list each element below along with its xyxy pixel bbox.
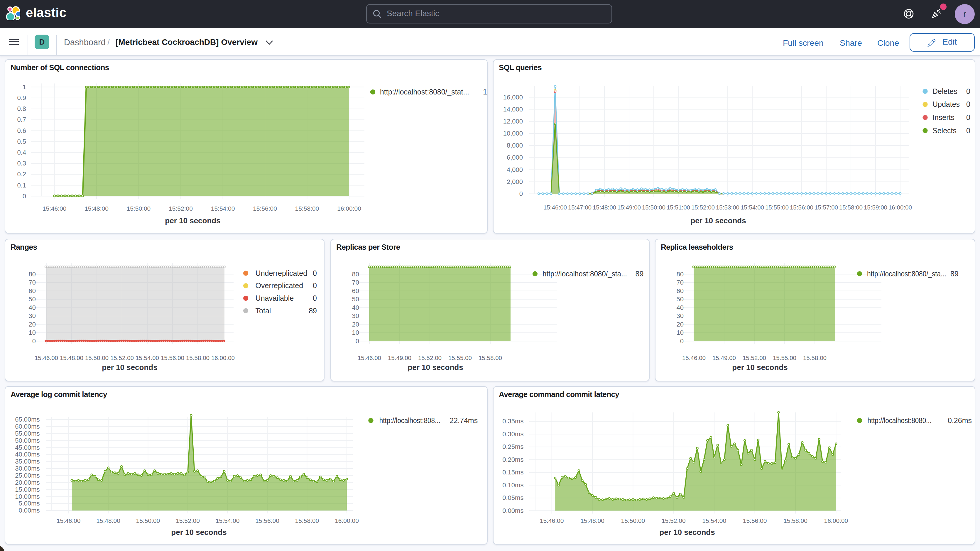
svg-text:50: 50 [677, 295, 684, 303]
svg-text:15:54:00: 15:54:00 [135, 354, 159, 361]
svg-text:15.00ms: 15.00ms [15, 486, 40, 493]
svg-text:per 10 seconds: per 10 seconds [690, 216, 746, 225]
svg-text:per 10 seconds: per 10 seconds [659, 528, 715, 537]
svg-text:15:49:00: 15:49:00 [617, 204, 641, 211]
svg-text:15:52:00: 15:52:00 [743, 354, 766, 361]
svg-text:0.9: 0.9 [17, 94, 26, 102]
svg-text:http://localhost:8080...: http://localhost:8080... [868, 416, 932, 425]
svg-text:15:48:00: 15:48:00 [593, 204, 616, 211]
svg-text:per 10 seconds: per 10 seconds [732, 363, 788, 372]
svg-text:0: 0 [680, 338, 684, 345]
svg-text:16:00:00: 16:00:00 [888, 204, 912, 211]
svg-text:15:56:00: 15:56:00 [743, 517, 767, 524]
svg-text:30: 30 [352, 312, 359, 320]
svg-text:50: 50 [352, 295, 359, 303]
svg-text:20: 20 [677, 321, 684, 328]
svg-text:80: 80 [29, 271, 36, 278]
svg-text:15:55:00: 15:55:00 [765, 204, 789, 211]
svg-text:0.2: 0.2 [17, 170, 26, 178]
svg-text:15:46:00: 15:46:00 [682, 354, 706, 361]
svg-text:0.35ms: 0.35ms [502, 417, 523, 425]
svg-text:10,000: 10,000 [503, 130, 523, 137]
svg-text:0.10ms: 0.10ms [502, 481, 523, 489]
svg-text:0: 0 [966, 100, 970, 108]
svg-text:15:50:00: 15:50:00 [621, 517, 645, 524]
svg-text:15:56:00: 15:56:00 [161, 354, 184, 361]
svg-text:per 10 seconds: per 10 seconds [407, 363, 463, 372]
svg-text:0.4: 0.4 [17, 149, 26, 156]
svg-text:0: 0 [966, 87, 970, 96]
svg-text:15:46:00: 15:46:00 [543, 204, 567, 211]
svg-text:Deletes: Deletes [932, 87, 958, 96]
svg-text:15:54:00: 15:54:00 [702, 517, 726, 524]
svg-text:22.74ms: 22.74ms [450, 416, 478, 425]
svg-text:45.00ms: 45.00ms [15, 444, 40, 451]
svg-text:60: 60 [29, 287, 36, 295]
svg-text:15:50:00: 15:50:00 [136, 517, 160, 524]
svg-text:25.00ms: 25.00ms [15, 472, 40, 479]
svg-text:8,000: 8,000 [507, 142, 523, 149]
svg-text:15:55:00: 15:55:00 [773, 354, 796, 361]
svg-text:60: 60 [352, 287, 359, 295]
svg-text:0.8: 0.8 [17, 105, 26, 112]
svg-text:Overreplicated: Overreplicated [256, 281, 303, 290]
svg-text:15:46:00: 15:46:00 [57, 517, 81, 524]
svg-text:Inserts: Inserts [932, 113, 955, 121]
svg-text:0: 0 [519, 190, 523, 197]
svg-text:15:53:00: 15:53:00 [716, 204, 740, 211]
svg-text:70: 70 [29, 279, 36, 286]
svg-text:15:46:00: 15:46:00 [35, 354, 58, 361]
svg-text:15:58:00: 15:58:00 [295, 517, 319, 524]
svg-text:per 10 seconds: per 10 seconds [102, 363, 157, 372]
svg-text:0: 0 [966, 113, 970, 121]
svg-text:15:46:00: 15:46:00 [358, 354, 381, 361]
svg-text:6,000: 6,000 [507, 154, 523, 161]
svg-text:0: 0 [313, 294, 317, 302]
svg-text:15:48:00: 15:48:00 [84, 205, 108, 212]
svg-text:0.1: 0.1 [17, 182, 26, 189]
svg-text:15:49:00: 15:49:00 [388, 354, 411, 361]
svg-text:20: 20 [29, 321, 36, 328]
svg-text:0.05ms: 0.05ms [502, 494, 523, 502]
svg-text:80: 80 [677, 271, 684, 278]
svg-text:1: 1 [22, 83, 26, 91]
svg-text:0.30ms: 0.30ms [502, 430, 523, 438]
svg-text:20: 20 [352, 321, 359, 328]
svg-text:15:52:00: 15:52:00 [169, 205, 193, 212]
svg-text:30.00ms: 30.00ms [15, 465, 40, 472]
svg-text:30: 30 [29, 312, 36, 320]
svg-text:0: 0 [22, 193, 26, 200]
svg-text:15:54:00: 15:54:00 [741, 204, 764, 211]
svg-text:4,000: 4,000 [507, 166, 523, 174]
svg-text:Underreplicated: Underreplicated [256, 269, 307, 277]
svg-text:40.00ms: 40.00ms [15, 451, 40, 458]
svg-text:0.00ms: 0.00ms [19, 507, 40, 514]
svg-text:0.26ms: 0.26ms [948, 416, 972, 425]
svg-text:0.00ms: 0.00ms [502, 507, 523, 514]
svg-text:40: 40 [352, 304, 359, 311]
svg-text:15:55:00: 15:55:00 [448, 354, 472, 361]
svg-text:16:00:00: 16:00:00 [824, 517, 848, 524]
svg-text:per 10 seconds: per 10 seconds [165, 216, 220, 225]
svg-text:15:52:00: 15:52:00 [691, 204, 715, 211]
svg-text:15:48:00: 15:48:00 [96, 517, 120, 524]
svg-text:14,000: 14,000 [503, 106, 523, 113]
svg-text:http://localhost:808...: http://localhost:808... [379, 416, 441, 425]
svg-text:15:46:00: 15:46:00 [43, 205, 67, 212]
svg-text:80: 80 [352, 271, 359, 278]
svg-text:0.3: 0.3 [17, 159, 26, 167]
svg-text:0: 0 [313, 269, 317, 277]
svg-text:15:52:00: 15:52:00 [110, 354, 134, 361]
svg-text:15:48:00: 15:48:00 [60, 354, 83, 361]
svg-text:10: 10 [352, 329, 359, 336]
svg-text:15:52:00: 15:52:00 [418, 354, 442, 361]
svg-text:15:50:00: 15:50:00 [127, 205, 151, 212]
svg-text:per 10 seconds: per 10 seconds [171, 528, 226, 537]
svg-text:15:58:00: 15:58:00 [839, 204, 862, 211]
svg-text:http://localhost:8080/_sta...: http://localhost:8080/_sta... [867, 270, 946, 278]
svg-text:15:47:00: 15:47:00 [568, 204, 592, 211]
svg-text:Unavailable: Unavailable [256, 294, 294, 302]
svg-text:15:58:00: 15:58:00 [295, 205, 319, 212]
svg-text:70: 70 [677, 279, 684, 286]
svg-text:15:56:00: 15:56:00 [790, 204, 813, 211]
